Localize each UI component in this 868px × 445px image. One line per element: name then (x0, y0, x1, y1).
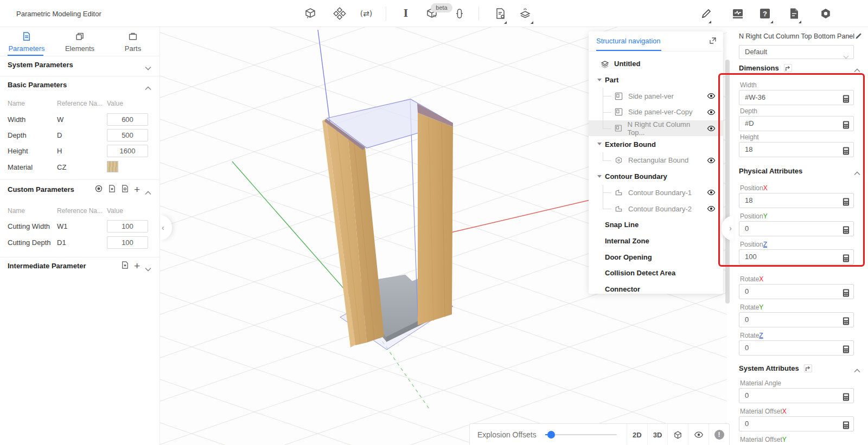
dimensions-section-header[interactable]: Dimensions (739, 64, 860, 75)
add-parameter-icon[interactable]: + (134, 184, 140, 195)
tab-parts[interactable]: Parts (106, 27, 159, 55)
system-attributes-section-header[interactable]: System Attributes (739, 364, 860, 375)
calculator-icon[interactable] (843, 253, 850, 267)
tab-elements[interactable]: Elements (53, 27, 106, 55)
cutting-width-input[interactable]: 100 (107, 220, 148, 233)
swap-arrows-icon[interactable]: (⇄) (360, 7, 373, 20)
tree-group-contour-boundary[interactable]: Contour Boundary (589, 169, 723, 185)
add-parameter-icon[interactable]: + (134, 261, 140, 272)
environment-layers-icon[interactable] (519, 7, 532, 20)
physical-attributes-section-header[interactable]: Physical Attributes (739, 167, 860, 178)
rotate-x-input[interactable]: 0 (739, 284, 854, 299)
visibility-eye-icon[interactable] (707, 108, 716, 117)
expander-icon[interactable] (597, 79, 602, 81)
visibility-eye-icon[interactable] (707, 156, 716, 165)
tree-item-contour-boundary-2[interactable]: Contour Boundary-2 (589, 201, 723, 217)
expander-icon[interactable] (597, 143, 602, 145)
chevron-up-icon[interactable] (854, 366, 860, 375)
calculator-icon[interactable] (843, 225, 850, 239)
chevron-up-icon[interactable] (854, 169, 860, 177)
height-value-input[interactable]: 1600 (107, 145, 148, 157)
chevron-up-icon[interactable] (854, 66, 860, 74)
expander-icon[interactable] (597, 175, 602, 178)
tree-group-connector[interactable]: Connector (589, 281, 723, 294)
calculator-icon[interactable] (843, 392, 850, 406)
height-input[interactable]: 18 (739, 142, 854, 157)
tree-item-contour-boundary-1[interactable]: Contour Boundary-1 (589, 185, 723, 201)
tab-parameters[interactable]: Parameters (0, 27, 53, 55)
tree-item-n-right-cut-column[interactable]: N Right Cut Column Top... (589, 120, 723, 137)
tree-item-side-panel-ver-copy[interactable]: Side panel-ver-Copy (589, 104, 723, 120)
depth-value-input[interactable]: 500 (107, 129, 148, 141)
calculator-icon[interactable] (843, 420, 850, 434)
system-parameters-header[interactable]: System Parameters (0, 61, 159, 72)
visibility-eye-icon[interactable] (707, 204, 716, 213)
tree-group-snap-line[interactable]: Snap Line (589, 217, 723, 233)
view-3d-button[interactable]: 3D (647, 424, 668, 445)
calculator-icon[interactable] (843, 316, 850, 330)
panel-scrollbar[interactable] (725, 60, 730, 304)
connector-pull-icon[interactable] (453, 7, 466, 20)
explosion-offsets-slider[interactable] (545, 434, 617, 435)
tree-group-collision-detect-area[interactable]: Collision Detect Area (589, 265, 723, 281)
chevron-up-icon[interactable] (145, 188, 151, 197)
depth-input[interactable]: #D (739, 116, 854, 131)
tree-group-internal-zone[interactable]: Internal Zone (589, 233, 723, 249)
tree-group-part[interactable]: Part (589, 72, 723, 88)
link-flow-icon[interactable] (784, 66, 792, 74)
preset-select[interactable]: Default (739, 45, 854, 59)
edit-pencil-icon[interactable] (700, 7, 713, 20)
view-2d-button[interactable]: 2D (627, 424, 647, 445)
cutting-depth-input[interactable]: 100 (107, 236, 148, 249)
position-x-input[interactable]: 18 (739, 193, 854, 208)
import-parameter-icon[interactable] (121, 261, 129, 272)
width-input[interactable]: #W-36 (739, 90, 854, 105)
tree-group-door-opening[interactable]: Door Opening (589, 249, 723, 265)
component-cube-icon[interactable] (304, 7, 317, 20)
export-parameter-icon[interactable] (121, 184, 129, 195)
rotate-z-input[interactable]: 0 (739, 340, 854, 356)
document-export-icon[interactable] (494, 7, 507, 20)
tree-group-exterior-bound[interactable]: Exterior Bound (589, 136, 723, 152)
material-offset-x-input[interactable]: 0 (739, 416, 854, 431)
calculator-icon[interactable] (843, 94, 850, 108)
tree-root-untitled[interactable]: Untitled (589, 56, 723, 72)
settings-nut-icon[interactable] (819, 7, 832, 20)
help-icon[interactable]: ? (758, 7, 771, 20)
chevron-up-icon[interactable] (145, 83, 151, 93)
visibility-eye-icon[interactable] (707, 124, 716, 133)
import-parameter-icon[interactable] (108, 184, 116, 195)
link-flow-icon[interactable] (804, 366, 812, 374)
calculator-icon[interactable] (843, 344, 850, 358)
settings-gear-icon[interactable] (94, 184, 103, 195)
chevron-down-icon[interactable] (145, 63, 151, 73)
side-panel-left[interactable] (322, 119, 384, 347)
detach-panel-icon[interactable] (709, 37, 717, 47)
calculator-icon[interactable] (843, 120, 850, 134)
side-panel-right[interactable] (417, 104, 453, 325)
position-z-input[interactable]: 100 (739, 249, 854, 265)
chevron-down-icon[interactable] (145, 264, 151, 274)
visibility-eye-icon[interactable] (707, 188, 716, 197)
slider-handle[interactable] (547, 431, 555, 438)
node-pattern-icon[interactable] (333, 7, 346, 20)
basic-parameters-header[interactable]: Basic Parameters (0, 81, 159, 92)
custom-parameters-header[interactable]: Custom Parameters + (0, 185, 159, 196)
column-beam-icon[interactable]: I (399, 7, 412, 20)
width-value-input[interactable]: 600 (107, 113, 148, 126)
calculator-icon[interactable] (843, 146, 850, 160)
isometric-cube-button[interactable] (667, 424, 688, 445)
warning-button[interactable]: ! (709, 424, 729, 445)
material-angle-input[interactable]: 0 (739, 388, 854, 403)
visibility-button[interactable] (688, 424, 709, 445)
intermediate-parameter-header[interactable]: Intermediate Parameter + (0, 262, 159, 273)
calculator-icon[interactable] (843, 288, 850, 302)
performance-monitor-icon[interactable] (731, 7, 744, 20)
position-y-input[interactable]: 0 (739, 221, 854, 236)
document-info-icon[interactable] (788, 7, 801, 20)
tree-item-side-panel-ver[interactable]: Side panel-ver (589, 88, 723, 104)
material-swatch[interactable] (107, 161, 118, 172)
rename-pencil-icon[interactable] (854, 32, 863, 42)
tree-item-rectangular-bound[interactable]: Rectangular Bound (589, 152, 723, 169)
calculator-icon[interactable] (843, 197, 850, 211)
